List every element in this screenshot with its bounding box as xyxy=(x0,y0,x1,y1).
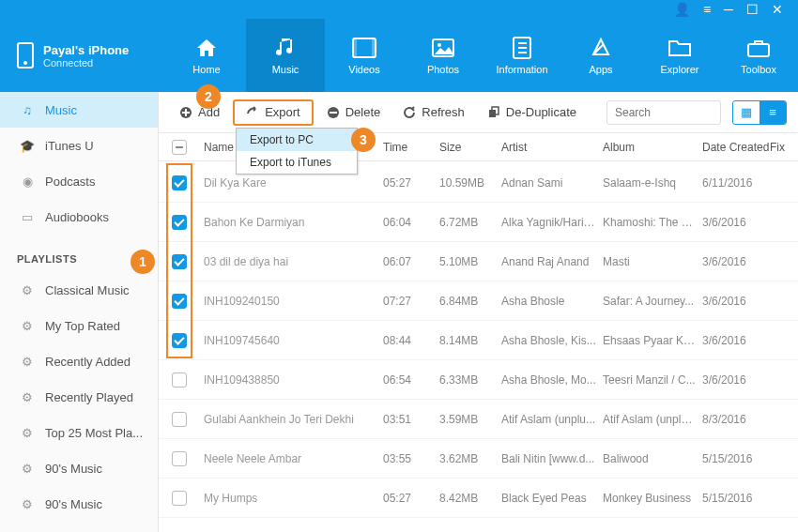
cell-album: Ehsaas Pyaar Ka ... xyxy=(603,334,702,347)
account-icon[interactable]: 👤 xyxy=(674,3,690,16)
cell-name: INH109438850 xyxy=(200,373,383,387)
cell-date: 3/6/2016 xyxy=(702,216,770,229)
nav-home[interactable]: Home xyxy=(167,19,246,92)
nav-toolbox[interactable]: Toolbox xyxy=(719,19,798,92)
gear-icon: ⚙ xyxy=(19,283,36,297)
table-row[interactable]: INH10924015007:276.84MBAsha BhosleSafar:… xyxy=(159,281,798,321)
table-row[interactable]: Bahon Ke Darmiyan06:046.72MBAlka Yagnik/… xyxy=(159,203,798,242)
gear-icon: ⚙ xyxy=(19,462,36,476)
row-checkbox[interactable] xyxy=(172,412,187,427)
cell-date: 8/3/2016 xyxy=(702,413,770,426)
cell-date: 3/6/2016 xyxy=(702,295,770,308)
cell-time: 06:54 xyxy=(383,373,439,387)
cell-album: Safar: A Journey... xyxy=(603,295,702,308)
main-panel: Add Export Delete Refresh De-Duplicate ▦… xyxy=(159,92,798,532)
export-button[interactable]: Export xyxy=(233,99,314,126)
cell-time: 08:44 xyxy=(383,334,439,347)
col-time[interactable]: Time xyxy=(383,141,439,154)
cell-time: 03:51 xyxy=(383,413,439,426)
book-icon: ▭ xyxy=(19,210,36,224)
sidebar-playlist-item[interactable]: ⚙Recently Added xyxy=(0,343,158,379)
col-size[interactable]: Size xyxy=(439,141,501,154)
list-view-button[interactable]: ≡ xyxy=(760,101,786,124)
table-row[interactable]: INH10943885006:546.33MBAsha Bhosle, Mo..… xyxy=(159,360,798,400)
menu-icon[interactable]: ≡ xyxy=(703,3,711,16)
cell-date: 5/15/2016 xyxy=(702,492,770,505)
row-checkbox[interactable] xyxy=(172,215,187,230)
music-note-icon: ♫ xyxy=(19,103,36,117)
cell-size: 5.10MB xyxy=(439,255,501,268)
sidebar-item-audiobooks[interactable]: ▭Audiobooks xyxy=(0,199,158,235)
select-all-checkbox[interactable] xyxy=(172,140,187,155)
cell-artist: Black Eyed Peas xyxy=(501,492,603,505)
row-checkbox[interactable] xyxy=(172,254,187,269)
cell-artist: Anand Raj Anand xyxy=(501,255,603,268)
cell-name: Bahon Ke Darmiyan xyxy=(200,216,383,229)
table-row[interactable]: Gulabi Aankhein Jo Teri Dekhi03:513.59MB… xyxy=(159,400,798,439)
sidebar-item-itunesu[interactable]: 🎓iTunes U xyxy=(0,128,158,163)
table-row[interactable]: 03 dil de diya hai06:075.10MBAnand Raj A… xyxy=(159,242,798,281)
deduplicate-button[interactable]: De-Duplicate xyxy=(478,99,586,126)
nav-photos[interactable]: Photos xyxy=(404,19,483,92)
nav-music[interactable]: Music xyxy=(246,19,325,92)
cell-artist: Alka Yagnik/Haria... xyxy=(501,216,603,229)
table-row[interactable]: Neele Neele Ambar03:553.62MBBali Nitin [… xyxy=(159,439,798,479)
delete-button[interactable]: Delete xyxy=(317,99,391,126)
sidebar-item-podcasts[interactable]: ◉Podcasts xyxy=(0,163,158,199)
cell-name: My Humps xyxy=(200,492,383,505)
grid-view-button[interactable]: ▦ xyxy=(733,101,760,124)
nav-explorer[interactable]: Explorer xyxy=(640,19,719,92)
refresh-button[interactable]: Refresh xyxy=(393,99,474,126)
table-row[interactable]: My Humps05:278.42MBBlack Eyed PeasMonkey… xyxy=(159,479,798,518)
sidebar-item-music[interactable]: ♫Music xyxy=(0,92,158,128)
svg-rect-1 xyxy=(353,38,357,57)
cell-size: 6.33MB xyxy=(439,373,501,387)
cell-time: 06:04 xyxy=(383,216,439,229)
sidebar-playlist-item[interactable]: ⚙Top 25 Most Pla... xyxy=(0,415,158,450)
cell-artist: Bali Nitin [www.d... xyxy=(501,452,603,465)
cell-artist: Asha Bhosle, Kis... xyxy=(501,334,603,347)
cell-date: 3/6/2016 xyxy=(702,334,770,347)
row-checkbox[interactable] xyxy=(172,294,187,309)
maximize-icon[interactable]: ☐ xyxy=(746,3,759,16)
row-checkbox[interactable] xyxy=(172,372,187,388)
row-checkbox[interactable] xyxy=(172,333,187,348)
row-checkbox[interactable] xyxy=(172,491,187,506)
gear-icon: ⚙ xyxy=(19,355,36,369)
table-row[interactable]: INH10974564008:448.14MBAsha Bhosle, Kis.… xyxy=(159,321,798,360)
view-toggle: ▦ ≡ xyxy=(732,100,787,125)
col-fix[interactable]: Fix xyxy=(770,141,798,154)
cell-name: INH109240150 xyxy=(200,295,383,308)
nav-apps[interactable]: Apps xyxy=(561,19,640,92)
svg-rect-9 xyxy=(748,44,769,56)
cell-time: 05:27 xyxy=(383,176,439,190)
sidebar-playlist-item[interactable]: ⚙90's Music xyxy=(0,486,158,522)
nav-videos[interactable]: Videos xyxy=(325,19,404,92)
cell-time: 05:27 xyxy=(383,492,439,505)
sidebar-playlist-item[interactable]: ⚙Purchased xyxy=(0,522,158,532)
sidebar-playlist-item[interactable]: ⚙My Top Rated xyxy=(0,308,158,343)
cell-size: 8.14MB xyxy=(439,334,501,347)
export-to-itunes-item[interactable]: Export to iTunes xyxy=(237,151,357,174)
row-checkbox[interactable] xyxy=(172,175,187,190)
nav-information[interactable]: Information xyxy=(483,19,561,92)
row-checkbox[interactable] xyxy=(172,451,187,466)
col-artist[interactable]: Artist xyxy=(501,141,603,154)
col-album[interactable]: Album xyxy=(603,141,702,154)
top-nav: Home Music Videos Photos Information App… xyxy=(167,19,798,92)
minimize-icon[interactable]: ─ xyxy=(724,3,733,16)
close-icon[interactable]: ✕ xyxy=(772,3,783,16)
cell-album: Khamoshi: The M... xyxy=(603,216,702,229)
export-to-pc-item[interactable]: Export to PC xyxy=(237,129,357,151)
cell-size: 8.42MB xyxy=(439,492,501,505)
sidebar-playlist-item[interactable]: ⚙Recently Played xyxy=(0,379,158,415)
cell-artist: Asha Bhosle xyxy=(501,295,603,308)
sidebar-playlist-item[interactable]: ⚙Classical Music xyxy=(0,272,158,308)
export-menu: Export to PC Export to iTunes xyxy=(236,128,358,175)
col-date[interactable]: Date Created xyxy=(702,141,770,154)
sidebar-playlist-item[interactable]: ⚙90's Music xyxy=(0,450,158,486)
device-panel[interactable]: Payal's iPhone Connected xyxy=(0,19,167,92)
cell-artist: Adnan Sami xyxy=(501,176,603,190)
search-input[interactable] xyxy=(606,100,721,125)
device-name: Payal's iPhone xyxy=(43,43,129,57)
